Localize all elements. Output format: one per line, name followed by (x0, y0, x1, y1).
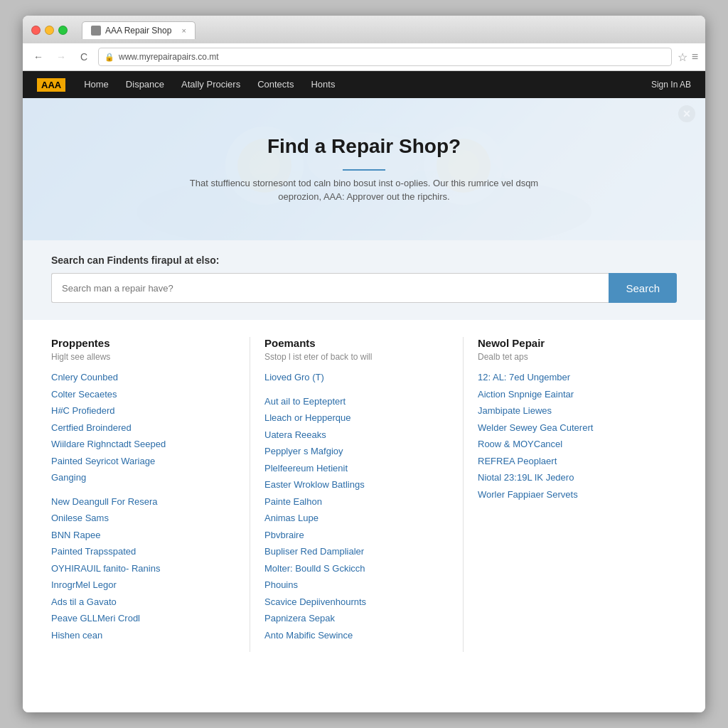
list-item[interactable]: Bupliser Red Damplialer (264, 545, 449, 559)
sign-in-text[interactable]: Sign In AB (651, 80, 691, 90)
column-3-group-1: 12: AL: 7ed Ungember Aiction Snpnige Eai… (478, 370, 663, 501)
tab-bar: AAA Repair Shop × (82, 21, 196, 39)
maximize-traffic-light[interactable] (58, 26, 68, 35)
list-item[interactable]: Onilese Sams (51, 511, 235, 525)
list-item[interactable]: Pbvbraire (264, 528, 449, 542)
site-nav-right: Sign In AB (651, 80, 691, 90)
list-item[interactable]: Ads til a Gavato (51, 595, 235, 609)
column-1-subtitle: Higlt see allews (51, 352, 235, 362)
links-section: Proppentes Higlt see allews Cnlery Counb… (23, 320, 705, 669)
list-item[interactable]: Pepplyer s Mafgioy (264, 444, 449, 459)
column-2-group-1: Lioved Gro (T) (264, 370, 449, 385)
list-item[interactable]: Animas Lupe (264, 511, 449, 525)
list-item[interactable]: New Deangull For Resera (51, 495, 235, 509)
column-2-title: Poemants (264, 337, 449, 349)
browser-window: AAA Repair Shop × ← → C 🔒 www.myrepairap… (23, 16, 705, 712)
search-label: Search can Findents firapul at elso: (51, 255, 677, 266)
search-input[interactable] (51, 273, 609, 303)
list-item[interactable]: Uatera Reeaks (264, 428, 449, 442)
hero-subtitle: That stuffiencu stornesont tod caln bino… (186, 176, 542, 204)
search-section: Search can Findents firapul at elso: Sea… (23, 240, 705, 320)
title-bar: AAA Repair Shop × (23, 16, 705, 43)
list-item[interactable]: Wiildare Righnctadt Seeped (51, 437, 235, 451)
list-item[interactable]: Worler Fappiaer Servets (478, 488, 663, 502)
list-item[interactable]: Phouins (264, 578, 449, 592)
list-item[interactable]: Peave GLLMeri Crodl (51, 611, 235, 626)
hero-divider (343, 169, 385, 171)
address-bar[interactable]: 🔒 www.myrepairapairs.co.mt (98, 48, 672, 66)
list-item[interactable]: Painted Seyricot Wariage (51, 454, 235, 469)
list-item[interactable]: Aut ail to Eepteptert (264, 395, 449, 409)
hero-title: Find a Repair Shop? (267, 135, 461, 158)
list-item[interactable]: Certfied Broindered (51, 421, 235, 435)
search-bar: Search (51, 273, 677, 303)
tab-title: AAA Repair Shop (105, 26, 171, 36)
site-nav-items: Home Dispance Atally Prociers Contects H… (77, 71, 651, 98)
list-item[interactable]: OYHIRAUIL fanito- Ranins (51, 562, 235, 576)
list-item[interactable]: Ganging (51, 471, 235, 485)
list-item[interactable]: Molter: Boulld S Gckicch (264, 562, 449, 576)
list-item[interactable]: Plelfeereum Hetienit (264, 461, 449, 476)
column-3-title: Newol Pepair (478, 337, 663, 349)
list-item[interactable]: Hishen cean (51, 628, 235, 643)
minimize-traffic-light[interactable] (45, 26, 54, 35)
nav-bar: ← → C 🔒 www.myrepairapairs.co.mt ☆ ≡ (23, 43, 705, 71)
list-item[interactable]: BNN Rapee (51, 528, 235, 542)
list-item[interactable]: 12: AL: 7ed Ungember (478, 370, 663, 385)
list-item[interactable]: Painte Ealhon (264, 495, 449, 509)
list-item[interactable]: Jambipate Liewes (478, 404, 663, 418)
back-button[interactable]: ← (30, 48, 47, 65)
column-poemants: Poemants Sstop l ist eter of back to wil… (264, 337, 464, 652)
site-nav: AAA Home Dispance Atally Prociers Contec… (23, 71, 705, 98)
nav-dispance[interactable]: Dispance (119, 71, 171, 98)
nav-atally[interactable]: Atally Prociers (174, 71, 247, 98)
refresh-button[interactable]: C (75, 48, 92, 65)
column-proppentes: Proppentes Higlt see allews Cnlery Counb… (51, 337, 250, 652)
nav-contects[interactable]: Contects (250, 71, 301, 98)
list-item[interactable]: Papnizera Sepak (264, 611, 449, 626)
list-item[interactable]: Anto Mabific Sewince (264, 628, 449, 643)
list-item[interactable]: Niotal 23:19L IK Jedero (478, 471, 663, 485)
nav-right-controls: ☆ ≡ (678, 50, 698, 64)
search-button[interactable]: Search (609, 273, 677, 303)
column-1-title: Proppentes (51, 337, 235, 349)
hero-content: Find a Repair Shop? That stuffiencu stor… (23, 98, 705, 240)
hero-section: Find a Repair Shop? That stuffiencu stor… (23, 98, 705, 240)
close-traffic-light[interactable] (31, 26, 41, 35)
site-logo[interactable]: AAA (37, 78, 65, 92)
forward-button[interactable]: → (53, 48, 70, 65)
tab-close-button[interactable]: × (182, 26, 186, 35)
column-2-group-2: Aut ail to Eepteptert Lleach or Hepperqu… (264, 395, 449, 643)
list-item[interactable]: H#C Profiederd (51, 404, 235, 418)
column-2-subtitle: Sstop l ist eter of back to will (264, 352, 449, 362)
list-item[interactable]: Aiction Snpnige Eaintar (478, 387, 663, 402)
column-3-subtitle: Dealb tet aps (478, 352, 663, 362)
list-item[interactable]: Roow & MOYCancel (478, 437, 663, 451)
tab-favicon (91, 26, 101, 36)
list-item[interactable]: InrogrMel Legor (51, 578, 235, 592)
list-item[interactable]: Cnlery Counbed (51, 370, 235, 385)
browser-tab[interactable]: AAA Repair Shop × (82, 21, 196, 39)
list-item[interactable]: Scavice Depiivenhournts (264, 595, 449, 609)
column-1-group-2: New Deangull For Resera Onilese Sams BNN… (51, 495, 235, 643)
column-1-group-1: Cnlery Counbed Colter Secaetes H#C Profi… (51, 370, 235, 485)
list-item[interactable]: Lioved Gro (T) (264, 370, 449, 385)
list-item[interactable]: Painted Trapsspated (51, 545, 235, 559)
column-newol-pepair: Newol Pepair Dealb tet aps 12: AL: 7ed U… (478, 337, 677, 652)
list-item[interactable]: REFREA Peoplaert (478, 454, 663, 469)
list-item[interactable]: Lleach or Hepperque (264, 411, 449, 425)
lock-icon: 🔒 (105, 53, 114, 62)
bookmark-icon[interactable]: ☆ (678, 50, 687, 64)
traffic-lights (31, 26, 68, 35)
main-content: Find a Repair Shop? That stuffiencu stor… (23, 98, 705, 712)
url-text: www.myrepairapairs.co.mt (119, 52, 219, 62)
nav-honts[interactable]: Honts (304, 71, 342, 98)
list-item[interactable]: Easter Wroklow Batlings (264, 478, 449, 492)
list-item[interactable]: Colter Secaetes (51, 387, 235, 402)
menu-icon[interactable]: ≡ (692, 50, 698, 64)
nav-home[interactable]: Home (77, 71, 116, 98)
list-item[interactable]: Welder Sewey Gea Cuterert (478, 421, 663, 435)
